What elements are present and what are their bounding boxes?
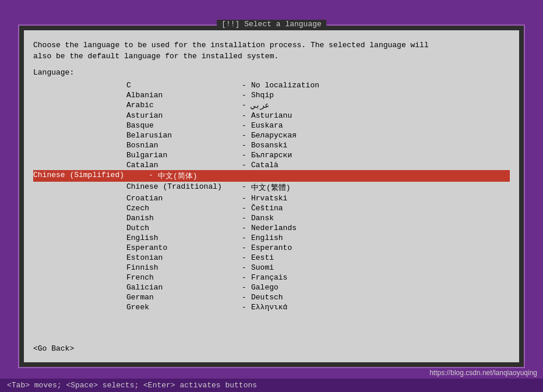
lang-name: Chinese (Simplified)	[33, 171, 144, 181]
list-item[interactable]: German-Deutsch	[33, 292, 510, 302]
lang-name: C	[126, 81, 237, 90]
lang-dash: -	[237, 131, 251, 140]
list-item[interactable]: Albanian-Shqip	[33, 90, 510, 100]
lang-name: Danish	[126, 214, 237, 223]
description-line2: also be the default language for the ins…	[33, 52, 278, 61]
lang-name: Finnish	[126, 263, 237, 272]
list-item[interactable]: Chinese (Simplified)-中文(简体)	[33, 170, 510, 182]
go-back-button[interactable]: <Go Back>	[33, 344, 510, 353]
lang-native: Deutsch	[251, 293, 283, 302]
language-list-container: C-No localizationAlbanian-ShqipArabic-عر…	[33, 80, 510, 337]
lang-native: No localization	[251, 81, 319, 90]
lang-native: Български	[251, 151, 292, 160]
lang-dash: -	[237, 303, 251, 312]
lang-name: Dutch	[126, 224, 237, 232]
lang-name: French	[126, 273, 237, 282]
list-item[interactable]: Chinese (Traditional)-中文(繁體)	[33, 182, 510, 193]
lang-native: 中文(繁體)	[251, 182, 291, 193]
lang-native: Dansk	[251, 214, 274, 223]
lang-name: German	[126, 293, 237, 302]
lang-native: Esperanto	[251, 243, 292, 252]
lang-native: Bosanski	[251, 141, 287, 150]
list-item[interactable]: C-No localization	[33, 80, 510, 90]
lang-name: Belarusian	[126, 131, 237, 140]
lang-dash: -	[237, 161, 251, 169]
status-bar: <Tab> moves; <Space> selects; <Enter> ac…	[0, 379, 543, 392]
list-item[interactable]: Danish-Dansk	[33, 213, 510, 223]
list-item[interactable]: Finnish-Suomi	[33, 263, 510, 273]
list-item[interactable]: Croatian-Hrvatski	[33, 193, 510, 203]
dialog-title: [!!] Select a language	[221, 20, 322, 29]
lang-native: Galego	[251, 283, 278, 292]
list-item[interactable]: Dutch-Nederlands	[33, 223, 510, 233]
lang-native: Hrvatski	[251, 194, 287, 203]
list-item[interactable]: Basque-Euskara	[33, 121, 510, 130]
lang-dash: -	[237, 243, 251, 252]
lang-native: Shqip	[251, 91, 274, 100]
list-item[interactable]: Czech-Čeština	[33, 203, 510, 213]
lang-native: English	[251, 234, 283, 242]
lang-dash: -	[237, 224, 251, 232]
dialog-content: Choose the language to be used for the i…	[24, 30, 519, 362]
list-item[interactable]: English-English	[33, 233, 510, 243]
list-item[interactable]: Asturian-Asturianu	[33, 111, 510, 121]
list-item[interactable]: Bulgarian-Български	[33, 150, 510, 160]
lang-dash: -	[237, 91, 251, 100]
lang-dash: -	[237, 121, 251, 130]
list-item[interactable]: Esperanto-Esperanto	[33, 243, 510, 253]
lang-name: Czech	[126, 204, 237, 213]
lang-name: Chinese (Traditional)	[126, 182, 237, 193]
lang-dash: -	[237, 283, 251, 292]
title-bar: [!!] Select a language	[217, 20, 326, 29]
lang-native: Ελληνικά	[251, 303, 287, 312]
lang-dash: -	[237, 111, 251, 120]
lang-dash: -	[237, 194, 251, 203]
lang-name: English	[126, 234, 237, 242]
lang-native: عربي	[251, 101, 269, 110]
lang-name: Galician	[126, 283, 237, 292]
lang-name: Bosnian	[126, 141, 237, 150]
lang-dash: -	[144, 171, 158, 181]
lang-native: Català	[251, 161, 278, 169]
description-line1: Choose the language to be used for the i…	[33, 41, 429, 50]
list-item[interactable]: Catalan-Català	[33, 160, 510, 170]
lang-name: Catalan	[126, 161, 237, 169]
lang-dash: -	[237, 151, 251, 160]
lang-dash: -	[237, 263, 251, 272]
lang-dash: -	[237, 273, 251, 282]
list-item[interactable]: Belarusian-Беларуская	[33, 130, 510, 140]
description: Choose the language to be used for the i…	[33, 40, 510, 62]
language-label: Language:	[33, 68, 510, 77]
list-item[interactable]: Bosnian-Bosanski	[33, 140, 510, 150]
list-item[interactable]: Estonian-Eesti	[33, 253, 510, 263]
lang-name: Bulgarian	[126, 151, 237, 160]
list-item[interactable]: Arabic-عربي	[33, 100, 510, 111]
lang-dash: -	[237, 204, 251, 213]
language-list[interactable]: C-No localizationAlbanian-ShqipArabic-عر…	[33, 80, 510, 337]
lang-dash: -	[237, 214, 251, 223]
lang-native: Eesti	[251, 253, 274, 262]
lang-name: Albanian	[126, 91, 237, 100]
lang-native: 中文(简体)	[158, 171, 198, 181]
lang-name: Basque	[126, 121, 237, 130]
list-item[interactable]: Greek-Ελληνικά	[33, 302, 510, 312]
lang-dash: -	[237, 101, 251, 110]
list-item[interactable]: Galician-Galego	[33, 282, 510, 292]
lang-name: Esperanto	[126, 243, 237, 252]
lang-dash: -	[237, 182, 251, 193]
lang-name: Estonian	[126, 253, 237, 262]
lang-native: Čeština	[251, 204, 283, 213]
lang-name: Arabic	[126, 101, 237, 110]
lang-dash: -	[237, 253, 251, 262]
lang-native: Euskara	[251, 121, 283, 130]
list-item[interactable]: French-Français	[33, 273, 510, 282]
dialog-window: [!!] Select a language Choose the langua…	[18, 24, 525, 368]
lang-dash: -	[237, 141, 251, 150]
watermark: https://blog.csdn.net/lanqiaoyuqing	[429, 369, 537, 377]
lang-name: Asturian	[126, 111, 237, 120]
lang-dash: -	[237, 293, 251, 302]
lang-name: Greek	[126, 303, 237, 312]
lang-dash: -	[237, 234, 251, 242]
lang-native: Suomi	[251, 263, 274, 272]
lang-native: Asturianu	[251, 111, 292, 120]
